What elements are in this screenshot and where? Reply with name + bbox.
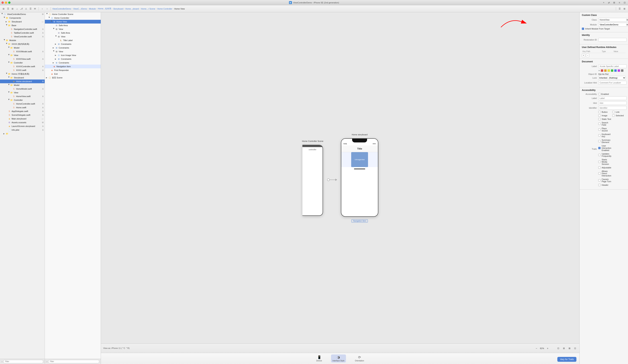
color-remove-btn[interactable]: ✕: [598, 69, 600, 72]
sidebar-item-navctrl[interactable]: S NavigationController.swift A: [0, 27, 45, 31]
toolbar-lines-icon[interactable]: ☰: [618, 7, 622, 11]
toolbar-back-btn[interactable]: ‹: [40, 7, 44, 11]
maximize-button[interactable]: [8, 1, 10, 4]
module-input[interactable]: [598, 23, 627, 26]
bc-2[interactable]: ViewC...rDemo: [73, 8, 87, 10]
orientation-btn[interactable]: ⟳ Orientation: [353, 355, 366, 363]
sidebar-item-storyboard-home[interactable]: ▶ 📁 Storyboard: [0, 76, 45, 79]
class-input[interactable]: [598, 18, 627, 22]
sidebar-item-xxxxmodel[interactable]: S XXXXModel.swift A: [0, 50, 45, 53]
sidebar-item-products[interactable]: ▶ 📁: [0, 132, 45, 135]
sidebar-item-base[interactable]: ▶ 📁 Base: [0, 23, 45, 27]
outline-item-titlelabel[interactable]: L Title Label: [45, 38, 101, 42]
color-purple[interactable]: [618, 69, 620, 72]
add-attr-btn[interactable]: +: [582, 54, 585, 57]
toolbar-tag-icon[interactable]: ⊞: [10, 7, 14, 11]
trait-selected-check[interactable]: [612, 115, 615, 117]
color-green[interactable]: [611, 69, 614, 72]
bc-8[interactable]: Home Controller: [157, 8, 172, 10]
sidebar-item-ctrl-xxxx[interactable]: ▶ 📁 Controller: [0, 61, 45, 64]
trait-updates-frequently-check[interactable]: [598, 154, 601, 156]
bc-4[interactable]: Home...化布局: [98, 7, 111, 10]
bc-3[interactable]: Module: [89, 8, 96, 10]
color-gray[interactable]: [621, 69, 624, 72]
outline-item-view2[interactable]: ▶ ⊟ View: [45, 35, 101, 38]
toolbar-search-icon[interactable]: ⌕: [15, 7, 19, 11]
sidebar-item-model-home[interactable]: ▶ 📁 Model: [0, 83, 45, 87]
sidebar-item-storyboard-comp[interactable]: ▶ 📁 Storyboard —: [0, 20, 45, 23]
outline-item-safearea2[interactable]: ⊞ Safe Area: [45, 31, 101, 35]
outline-item-iconimageview[interactable]: ▶ ⊡ Icon Image View: [45, 53, 101, 57]
minimize-button[interactable]: [5, 1, 7, 4]
lock-select[interactable]: Inherited - (Nothing): [598, 76, 626, 80]
trait-user-interaction-check[interactable]: [598, 147, 601, 149]
outline-filter-input[interactable]: [48, 360, 99, 363]
sidebar-item-homemodel[interactable]: S HomeModel.swift A: [0, 87, 45, 91]
phone-body[interactable]: UIImageView: [341, 152, 378, 167]
sidebar-item-xxxx-swift[interactable]: S XXXX.swift A: [0, 68, 45, 72]
color-red[interactable]: [601, 69, 603, 72]
canvas-icon-4[interactable]: ⊡: [573, 346, 577, 350]
outline-item-constraints2[interactable]: ▶ ⊞ Constraints: [45, 46, 101, 50]
sidebar-item-xxxxctrl[interactable]: S XXXXController.swift A: [0, 64, 45, 68]
outline-item-exit[interactable]: ◈ Exit: [45, 72, 101, 76]
localizer-input[interactable]: [598, 81, 627, 85]
trait-static-text-check[interactable]: [598, 118, 601, 120]
toolbar-list-icon[interactable]: ☰: [6, 7, 10, 11]
interface-style-btn[interactable]: ◑ Interface Style: [331, 355, 346, 363]
add-button[interactable]: +: [602, 1, 606, 4]
doc-label-input[interactable]: [598, 64, 627, 68]
sidebar-item-home-storyboard[interactable]: ◈ Home.storyboard A: [0, 79, 45, 83]
outline-item-safearea1[interactable]: ⊞ Safe Area: [45, 23, 101, 27]
sidebar-item-tabbarctrl[interactable]: S TabBarController.swift A: [0, 31, 45, 35]
sidebar-item-infoplist[interactable]: 📄 Info.plist A: [0, 128, 45, 132]
trait-starts-media-check[interactable]: [598, 161, 601, 163]
trait-plays-sound-check[interactable]: [598, 128, 601, 131]
sidebar-item-homeview[interactable]: S HomeView.swift A: [0, 94, 45, 98]
sidebar-item-module[interactable]: ▶ 📁 Module: [0, 38, 45, 42]
toolbar-msg-icon[interactable]: ✉: [33, 7, 37, 11]
zoom-plus-btn[interactable]: +: [546, 347, 550, 350]
toolbar-warn-icon[interactable]: ⚠: [24, 7, 28, 11]
outline-item-home-view[interactable]: ▶ ⊟ Home View: [45, 20, 101, 23]
sidebar-item-ctrl-home[interactable]: ▶ 📁 Controller: [0, 98, 45, 102]
sidebar-item-components[interactable]: ▶ 📁 Components: [0, 16, 45, 20]
zoom-minus-btn[interactable]: −: [535, 347, 538, 350]
canvas-icon-1[interactable]: ⊡: [556, 346, 560, 350]
canvas-content[interactable]: Home Controller Scene controller Home st…: [101, 12, 579, 344]
bc-5[interactable]: Storyboard: [113, 8, 123, 10]
sidebar-item-project[interactable]: ▶ ⬡ ViewControllerDemo M: [0, 12, 45, 16]
trait-summary-element-check[interactable]: [598, 140, 601, 142]
acc-label-input[interactable]: [598, 96, 627, 100]
sidebar-item-appdelegate[interactable]: S AppDelegate.swift A: [0, 109, 45, 113]
inspector-button[interactable]: ⊡: [623, 1, 627, 4]
outline-item-constraints1[interactable]: ▶ ⊞ Constraints: [45, 42, 101, 46]
outline-item-constraints3[interactable]: ▶ ⊞ Constraints: [45, 57, 101, 61]
toolbar-grid-icon[interactable]: ⊞: [1, 7, 5, 11]
sidebar-item-xxxx[interactable]: ▶ 📁 XXXX (纯代码布局): [0, 42, 45, 46]
filter-input[interactable]: [3, 360, 43, 363]
canvas-icon-2[interactable]: ⊞: [562, 346, 566, 350]
color-orange[interactable]: [604, 69, 607, 72]
refresh-button[interactable]: ⇄: [607, 1, 611, 4]
sidebar-item-model-xxxx[interactable]: ▶ 📁 Model: [0, 46, 45, 50]
trait-keyboard-key-check[interactable]: [598, 134, 601, 136]
sidebar-item-homectrl[interactable]: S HomeController.swift A: [0, 102, 45, 106]
restoration-id-input[interactable]: [598, 38, 627, 42]
close-button[interactable]: [1, 1, 4, 4]
outline-item-home-scene[interactable]: ▶ ⬡ 首页 Scene: [45, 76, 101, 79]
bc-7[interactable]: Home...r Scene: [141, 8, 155, 10]
toolbar-git-icon[interactable]: ⎇: [19, 7, 23, 11]
sidebar-item-viewctrl[interactable]: S ViewController.swift A: [0, 35, 45, 38]
toolbar-forward-btn[interactable]: ›: [45, 7, 49, 11]
inherit-checkbox[interactable]: [582, 28, 584, 30]
acc-hint-input[interactable]: [598, 101, 627, 105]
sidebar-item-view-xxxx[interactable]: ▶ 📁 View: [0, 53, 45, 57]
outline-item-constraints4[interactable]: ▶ ⊞ Constraints: [45, 61, 101, 64]
outline-item-view1[interactable]: ▶ ⊟ View: [45, 27, 101, 31]
bc-1[interactable]: ViewControllerDemo: [52, 8, 71, 10]
toolbar-doc-icon[interactable]: ☰: [28, 7, 32, 11]
sidebar-item-main-storyboard[interactable]: ◈ Main.storyboard —: [0, 117, 45, 121]
trait-button-check[interactable]: [598, 111, 601, 113]
phone-frame[interactable]: 9:41 ●●● Title UIImageView: [341, 138, 378, 217]
